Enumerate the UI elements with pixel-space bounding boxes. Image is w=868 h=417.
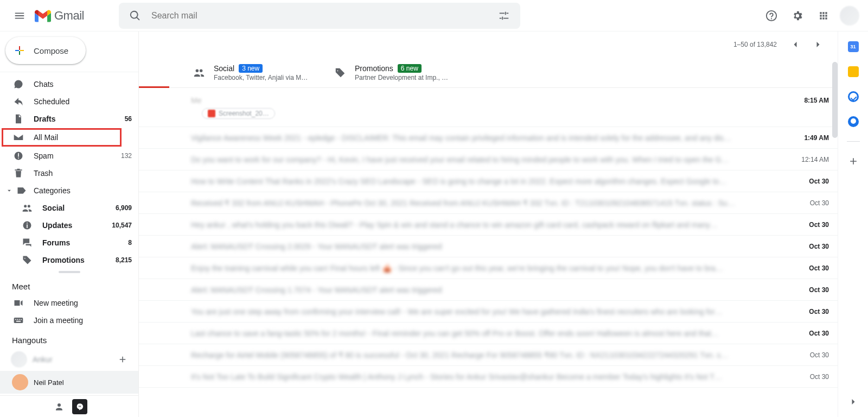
meet-join[interactable]: Join a meeting xyxy=(0,312,138,329)
nav-drafts[interactable]: Drafts 56 xyxy=(0,110,138,128)
nav-cat-social[interactable]: Social 6,909 xyxy=(0,199,138,217)
mail-row[interactable]: It's Not Too Late To Build Significant C… xyxy=(139,366,838,388)
mail-subject: Do you want to work for our company? - H… xyxy=(191,155,779,164)
nav-trash[interactable]: Trash xyxy=(0,165,138,182)
mail-row[interactable]: Alert: MANAUSDT Crossing 2.0029 - Your M… xyxy=(139,236,838,257)
svg-rect-1 xyxy=(18,153,19,157)
tab-social[interactable]: Social 3 new Facebook, Twitter, Anjali v… xyxy=(182,58,323,87)
list-toolbar: 1–50 of 13,842 xyxy=(139,31,838,58)
tab-social-badge: 3 new xyxy=(239,64,263,73)
mail-row[interactable]: Hey ankur , what's holding you back this… xyxy=(139,214,838,236)
calendar-addon[interactable] xyxy=(848,41,859,52)
sidebar-footer xyxy=(0,395,138,417)
chat-icon xyxy=(13,79,24,90)
svg-rect-5 xyxy=(27,223,28,224)
contacts-addon[interactable] xyxy=(848,116,859,127)
hide-side-panel-button[interactable] xyxy=(848,396,859,407)
chevron-right-icon xyxy=(813,39,824,50)
mail-time: 1:49 AM xyxy=(779,134,829,142)
nav-cat-promotions[interactable]: Promotions 8,215 xyxy=(0,251,138,269)
get-addons-button[interactable] xyxy=(848,156,859,167)
search-input[interactable] xyxy=(147,11,492,21)
compose-label: Compose xyxy=(34,46,68,55)
search-button[interactable] xyxy=(123,4,147,28)
mail-time: 8:15 AM xyxy=(779,97,829,104)
settings-button[interactable] xyxy=(786,4,809,28)
apps-icon xyxy=(818,10,829,21)
search-options-button[interactable] xyxy=(492,4,516,28)
mail-row[interactable]: Alert: MANAUSDT Crossing 1.7074 - Your M… xyxy=(139,279,838,301)
tab-promotions-subtitle: Partner Development at Imp., … xyxy=(355,74,448,81)
chevron-down-icon xyxy=(5,187,13,194)
nav-scheduled[interactable]: Scheduled xyxy=(0,93,138,110)
svg-rect-2 xyxy=(18,157,19,159)
footer-hangouts-button[interactable] xyxy=(72,399,87,414)
gmail-logo[interactable]: Gmail xyxy=(33,9,91,23)
nav-spam[interactable]: Spam 132 xyxy=(0,147,138,165)
nav-label: Categories xyxy=(34,186,71,195)
nav-chats[interactable]: Chats xyxy=(0,75,138,93)
nav-cat-forums[interactable]: Forums 8 xyxy=(0,234,138,251)
sidebar: Compose Chats Scheduled Drafts 56 xyxy=(0,31,139,417)
mail-row[interactable]: Recharge for Airtel Mobile (9058748855) … xyxy=(139,344,838,366)
mail-subject: How to Write Content That Ranks in 2022'… xyxy=(191,177,779,186)
next-page-button[interactable] xyxy=(809,36,827,53)
footer-person-button[interactable] xyxy=(52,399,67,414)
mail-row[interactable]: Received ₹ 332 from ANUJ KUSHWAH - Phone… xyxy=(139,192,838,214)
tab-promotions[interactable]: Promotions 6 new Partner Development at … xyxy=(323,58,464,87)
svg-rect-8 xyxy=(17,319,18,320)
keep-addon[interactable] xyxy=(848,66,859,77)
spam-icon xyxy=(13,150,24,161)
mail-row[interactable]: How to Write Content That Ranks in 2022'… xyxy=(139,170,838,192)
mail-row[interactable]: Do you want to work for our company? - H… xyxy=(139,149,838,170)
mail-row[interactable]: Last chance to save a fang-tastic 50% fo… xyxy=(139,323,838,344)
hangouts-add-button[interactable] xyxy=(118,355,127,364)
nav-folders: Chats Scheduled Drafts 56 All Mail xyxy=(0,72,138,395)
nav-cat-updates[interactable]: Updates 10,547 xyxy=(0,217,138,234)
mail-time: Oct 30 xyxy=(779,308,829,315)
mail-row[interactable]: Me8:15 AMScreenshot_20… xyxy=(139,88,838,127)
scrollbar-thumb[interactable] xyxy=(832,62,838,138)
support-button[interactable] xyxy=(760,4,783,28)
nav-label: Scheduled xyxy=(34,97,132,106)
nav-label: Forums xyxy=(42,238,118,247)
mail-subject: Recharge for Airtel Mobile (9058748855) … xyxy=(191,351,779,359)
mail-time: Oct 30 xyxy=(779,286,829,294)
nav-count: 10,547 xyxy=(112,222,132,229)
hangouts-avatar xyxy=(11,351,27,368)
hangouts-contact-row[interactable]: Neil Patel xyxy=(0,371,138,394)
tab-social-label: Social xyxy=(214,64,234,73)
hamburger-icon xyxy=(14,10,25,22)
main-menu-button[interactable] xyxy=(7,3,33,29)
nav-label: New meeting xyxy=(34,299,132,307)
mail-subject: Alert: MANAUSDT Crossing 2.0029 - Your M… xyxy=(191,242,779,251)
schedule-icon xyxy=(13,96,24,107)
account-avatar[interactable] xyxy=(840,6,859,26)
compose-button[interactable]: Compose xyxy=(5,37,86,64)
mail-row[interactable]: You are just one step away from confirmi… xyxy=(139,301,838,323)
mail-subject: Vigilance Awareness Week 2021 - epledge … xyxy=(191,134,779,142)
svg-rect-11 xyxy=(16,321,21,322)
attachment-chip[interactable]: Screenshot_20… xyxy=(202,108,275,119)
prev-page-button[interactable] xyxy=(787,36,804,53)
people-icon xyxy=(22,203,33,213)
nav-categories-toggle[interactable]: Categories xyxy=(0,182,138,199)
plus-icon xyxy=(848,156,859,167)
search-bar[interactable] xyxy=(119,3,520,29)
tab-primary[interactable] xyxy=(139,58,182,87)
mail-subject: Last chance to save a fang-tastic 50% fo… xyxy=(191,329,779,338)
search-icon xyxy=(129,10,141,22)
svg-rect-9 xyxy=(19,319,20,320)
nav-label: Chats xyxy=(34,80,132,89)
nav-all-mail[interactable]: All Mail xyxy=(2,129,121,146)
mail-list: Me8:15 AMScreenshot_20…Vigilance Awarene… xyxy=(139,88,838,417)
tasks-addon[interactable] xyxy=(848,91,859,102)
meet-new[interactable]: New meeting xyxy=(0,294,138,312)
tag-icon xyxy=(334,67,346,79)
mail-row[interactable]: Enjoy the training carnival while you ca… xyxy=(139,257,838,279)
mail-time: Oct 30 xyxy=(779,199,829,207)
apps-button[interactable] xyxy=(812,4,835,28)
mail-row[interactable]: Vigilance Awareness Week 2021 - epledge … xyxy=(139,127,838,149)
sidebar-drag-handle[interactable] xyxy=(59,271,80,273)
hangouts-self-row[interactable]: Ankur xyxy=(0,348,138,371)
